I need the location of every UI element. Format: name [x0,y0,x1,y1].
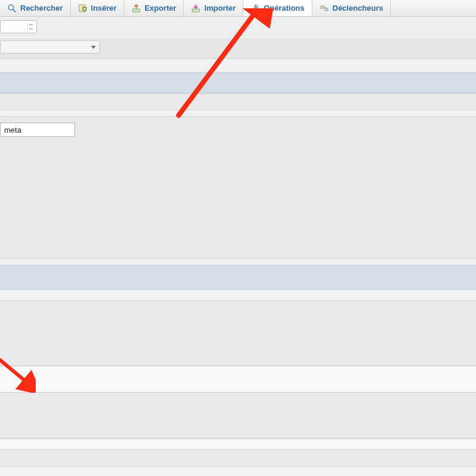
tab-operations[interactable]: Opérations [243,0,312,16]
tab-label: Déclencheurs [333,4,383,12]
spacer [0,290,476,300]
panel-main-1 [0,116,476,259]
wrench-icon [250,3,260,12]
spacer-wide [0,366,476,392]
dropdown-select[interactable] [0,40,100,54]
section-header-1 [0,72,476,93]
svg-rect-7 [192,9,199,12]
section-header-2 [0,265,476,290]
tab-label: Rechercher [20,4,63,12]
tab-label: Opérations [264,4,305,12]
tab-label: Importer [204,4,236,12]
svg-line-1 [13,10,15,12]
tab-rechercher[interactable]: Rechercher [0,0,71,16]
panel-main-3 [0,392,476,439]
panel-main-2 [0,300,476,366]
spacer [0,439,476,449]
export-icon [131,4,141,13]
tab-bar: Rechercher Insérer Exporter Importer Opé… [0,0,476,17]
tab-label: Insérer [91,4,117,12]
tab-inserer[interactable]: Insérer [71,0,124,16]
tab-importer[interactable]: Importer [184,0,243,16]
svg-rect-6 [133,9,140,12]
tab-declencheurs[interactable]: Déclencheurs [312,0,391,16]
select-row [0,38,476,59]
toolbar-row [0,17,476,37]
spacer [0,259,476,265]
table-name-input[interactable] [0,123,75,137]
spacer [0,59,476,72]
search-icon [7,4,17,13]
spacer [0,110,476,116]
svg-rect-9 [325,8,328,11]
number-spinner[interactable] [0,20,37,33]
insert-icon [78,4,87,13]
tab-exporter[interactable]: Exporter [124,0,184,16]
import-icon [191,4,201,13]
svg-rect-8 [321,6,324,8]
panel-strip-1 [0,93,476,110]
panel-strip-2 [0,449,476,467]
trigger-icon [320,4,329,13]
tab-label: Exporter [145,4,176,12]
